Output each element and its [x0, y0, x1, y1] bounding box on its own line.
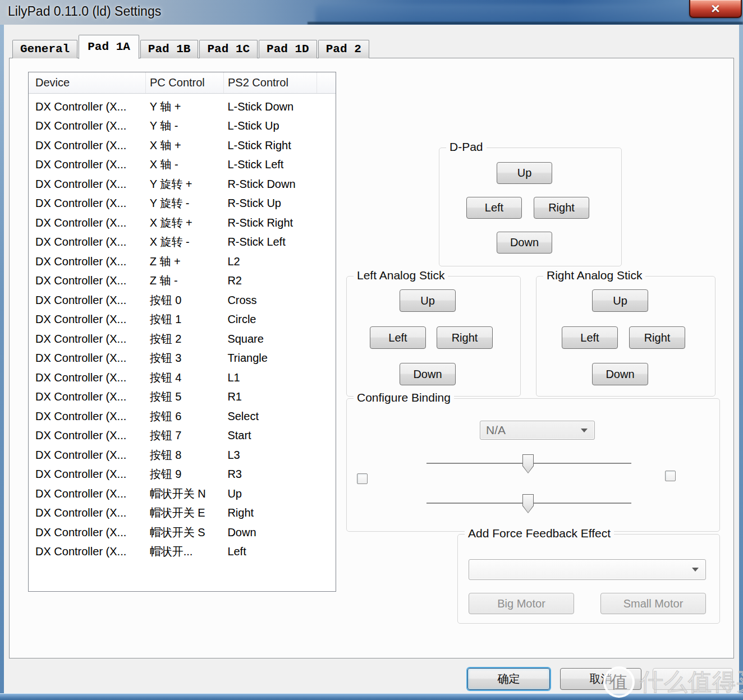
table-row[interactable]: DX Controller (X... 帽状开关 E Right: [29, 504, 336, 523]
table-row[interactable]: DX Controller (X... Y 旋转 + R-Stick Down: [29, 174, 336, 194]
row-ps2-control: Up: [223, 487, 336, 500]
tab-pad-1c[interactable]: Pad 1C: [199, 40, 258, 58]
table-row[interactable]: DX Controller (X... Z 轴 - R2: [29, 271, 336, 291]
left-stick-left-button[interactable]: Left: [370, 326, 426, 349]
row-ps2-control: L2: [223, 255, 336, 268]
table-row[interactable]: DX Controller (X... Z 轴 + L2: [29, 252, 336, 271]
titlebar: LilyPad 0.11.0 (ld) Settings: [0, 0, 743, 25]
table-row[interactable]: DX Controller (X... 帽状开关 N Up: [29, 484, 336, 504]
table-row[interactable]: DX Controller (X... 帽状开关 S Down: [29, 523, 336, 542]
row-pc-control: 按钮 2: [146, 331, 224, 347]
force-feedback-dropdown[interactable]: [469, 559, 706, 580]
left-stick-right-button[interactable]: Right: [437, 326, 493, 349]
table-row[interactable]: DX Controller (X... 按钮 4 L1: [29, 368, 336, 388]
row-device: DX Controller (X...: [29, 255, 146, 268]
tab-pad-2[interactable]: Pad 2: [318, 40, 369, 58]
dropdown-arrow-icon: [581, 429, 588, 432]
right-stick-left-button[interactable]: Left: [562, 326, 618, 349]
row-device: DX Controller (X...: [29, 333, 146, 346]
right-stick-down-button[interactable]: Down: [592, 363, 648, 385]
close-icon: ✕: [710, 3, 721, 15]
row-pc-control: Y 轴 +: [146, 99, 224, 114]
window-border-right: [739, 25, 743, 693]
row-pc-control: 按钮 0: [146, 293, 224, 308]
watermark-text: 什么值得买: [640, 666, 743, 698]
table-row[interactable]: DX Controller (X... X 轴 - L-Stick Left: [29, 155, 336, 175]
dpad-up-button[interactable]: Up: [497, 162, 552, 184]
table-row[interactable]: DX Controller (X... 按钮 0 Cross: [29, 291, 336, 310]
table-row[interactable]: DX Controller (X... 按钮 5 R1: [29, 388, 336, 407]
flip-checkbox[interactable]: [665, 471, 676, 481]
row-device: DX Controller (X...: [29, 429, 146, 442]
row-pc-control: 帽状开...: [146, 544, 224, 559]
row-pc-control: 帽状开关 N: [146, 486, 224, 501]
tab-general[interactable]: General: [12, 40, 77, 58]
row-pc-control: 按钮 6: [146, 409, 224, 424]
dpad-group-label: D-Pad: [446, 140, 487, 154]
ok-button[interactable]: 确定: [467, 668, 550, 690]
binding-command-dropdown[interactable]: N/A: [480, 421, 595, 440]
column-header-empty[interactable]: [317, 72, 336, 93]
right-stick-right-button[interactable]: Right: [629, 326, 685, 349]
binding-command-value: N/A: [480, 423, 581, 437]
window-border-bottom: [0, 693, 743, 700]
left-stick-up-button[interactable]: Up: [400, 289, 456, 312]
table-row[interactable]: DX Controller (X... 按钮 6 Select: [29, 407, 336, 426]
tab-pad-1d[interactable]: Pad 1D: [259, 40, 317, 58]
sensitivity-slider-thumb[interactable]: [522, 454, 534, 473]
row-device: DX Controller (X...: [29, 274, 146, 287]
table-row[interactable]: DX Controller (X... Y 旋转 - R-Stick Up: [29, 194, 336, 214]
row-ps2-control: Circle: [223, 313, 336, 326]
row-pc-control: Y 旋转 +: [146, 177, 224, 192]
row-pc-control: 按钮 7: [146, 428, 224, 443]
row-device: DX Controller (X...: [29, 158, 146, 171]
column-header-device[interactable]: Device: [29, 72, 146, 93]
column-header-ps2-control[interactable]: PS2 Control: [224, 72, 317, 93]
close-button[interactable]: ✕: [689, 0, 742, 18]
dpad-left-button[interactable]: Left: [466, 197, 522, 219]
dpad-down-button[interactable]: Down: [497, 232, 552, 254]
table-row[interactable]: DX Controller (X... Y 轴 - L-Stick Up: [29, 117, 336, 136]
configure-binding-label: Configure Binding: [354, 391, 454, 404]
row-device: DX Controller (X...: [29, 506, 146, 519]
right-stick-up-button[interactable]: Up: [592, 289, 648, 312]
right-stick-group-label: Right Analog Stick: [543, 269, 645, 282]
row-pc-control: Z 轴 +: [146, 254, 224, 269]
row-ps2-control: R-Stick Right: [223, 217, 336, 229]
table-row[interactable]: DX Controller (X... 帽状开... Left: [29, 542, 336, 562]
column-header-pc-control[interactable]: PC Control: [146, 72, 224, 93]
row-ps2-control: L-Stick Down: [223, 100, 336, 113]
bindings-list-header: Device PC Control PS2 Control: [29, 72, 336, 94]
tabstrip: General Pad 1A Pad 1B Pad 1C Pad 1D Pad …: [12, 34, 370, 58]
row-ps2-control: L-Stick Up: [223, 119, 336, 132]
left-stick-down-button[interactable]: Down: [400, 363, 456, 385]
left-stick-group-label: Left Analog Stick: [354, 269, 448, 282]
row-ps2-control: Cross: [223, 294, 336, 307]
turbo-checkbox[interactable]: [357, 473, 368, 484]
small-motor-button[interactable]: Small Motor: [600, 593, 706, 614]
table-row[interactable]: DX Controller (X... 按钮 8 L3: [29, 445, 336, 465]
row-ps2-control: R1: [223, 390, 336, 403]
bindings-rows: DX Controller (X... Y 轴 + L-Stick Down D…: [29, 94, 336, 561]
table-row[interactable]: DX Controller (X... 按钮 7 Start: [29, 426, 336, 446]
row-pc-control: X 轴 +: [146, 138, 224, 153]
table-row[interactable]: DX Controller (X... Y 轴 + L-Stick Down: [29, 97, 336, 117]
big-motor-button[interactable]: Big Motor: [469, 593, 574, 614]
table-row[interactable]: DX Controller (X... 按钮 2 Square: [29, 329, 336, 349]
tab-pad-1a[interactable]: Pad 1A: [79, 35, 139, 59]
table-row[interactable]: DX Controller (X... X 旋转 - R-Stick Left: [29, 233, 336, 252]
table-row[interactable]: DX Controller (X... 按钮 1 Circle: [29, 310, 336, 330]
table-row[interactable]: DX Controller (X... 按钮 9 R3: [29, 465, 336, 485]
row-device: DX Controller (X...: [29, 100, 146, 113]
row-pc-control: 按钮 4: [146, 370, 224, 385]
dpad-right-button[interactable]: Right: [534, 197, 589, 219]
row-pc-control: 按钮 8: [146, 448, 224, 463]
row-ps2-control: R-Stick Left: [223, 236, 336, 248]
watermark-logo: 值: [603, 666, 635, 698]
dead-zone-slider-thumb[interactable]: [522, 494, 534, 513]
bindings-list[interactable]: Device PC Control PS2 Control DX Control…: [28, 72, 336, 592]
table-row[interactable]: DX Controller (X... 按钮 3 Triangle: [29, 349, 336, 369]
table-row[interactable]: DX Controller (X... X 旋转 + R-Stick Right: [29, 213, 336, 233]
tab-pad-1b[interactable]: Pad 1B: [140, 40, 199, 58]
table-row[interactable]: DX Controller (X... X 轴 + L-Stick Right: [29, 136, 336, 155]
